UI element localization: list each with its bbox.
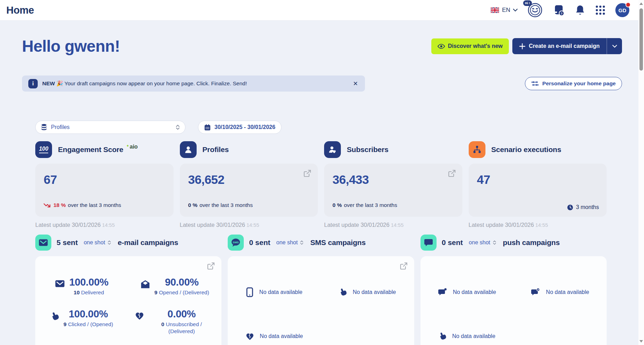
kpi-title: Engagement Score (58, 145, 123, 154)
sent-count: 5 sent (57, 238, 78, 247)
external-link-icon[interactable] (207, 262, 215, 270)
filter-row: Profiles (35, 121, 607, 134)
database-icon (41, 124, 47, 131)
stat-delivered: 100.00% 10 Delivered (35, 276, 129, 296)
notification-dot (625, 2, 631, 7)
aio-badge: ✦ aio (126, 144, 138, 150)
hero-actions: Discover what's new Create an e-mail cam… (431, 38, 622, 54)
info-icon: i (28, 79, 38, 88)
notifications-button[interactable] (575, 5, 585, 16)
stat-push-delivered-nodata: No data available (513, 276, 607, 308)
create-label: Create an e-mail campaign (529, 43, 600, 49)
envelope-open-icon (141, 280, 150, 288)
banner-row: i NEW🎉 Your draft campaigns now appear o… (22, 76, 622, 92)
discover-whats-new-button[interactable]: Discover what's new (431, 38, 509, 54)
banner-emoji: 🎉 (56, 80, 63, 86)
select-chevrons-icon (300, 240, 303, 245)
one-shot-select[interactable]: one shot (469, 239, 496, 246)
click-hand-icon (439, 332, 446, 340)
scroll-up-arrow[interactable] (639, 2, 643, 6)
chat-check-icon (531, 288, 540, 296)
score-100-icon: 100 (35, 141, 52, 158)
kpi-value: 36,433 (332, 173, 454, 187)
kpi-title: Subscribers (347, 145, 388, 154)
hi-badge: Hi ! (523, 0, 532, 6)
avatar-initials: GD (619, 7, 627, 13)
email-campaign-icon (35, 235, 51, 251)
envelope-icon (55, 280, 65, 287)
person-heart-icon (324, 141, 341, 158)
trend-down-icon (44, 203, 51, 208)
uk-flag-icon (491, 7, 499, 13)
kpi-scenario-executions: Scenario executions 47 3 months (469, 141, 607, 228)
person-icon (180, 141, 197, 158)
sent-count: 0 sent (249, 238, 270, 247)
kpi-engagement-score: 100 Engagement Score ✦ aio 67 (35, 141, 174, 228)
external-link-icon[interactable] (400, 262, 408, 270)
create-email-campaign-button[interactable]: Create an e-mail campaign (512, 38, 607, 54)
profile-filter-select[interactable]: Profiles (35, 121, 185, 134)
banner-tag: NEW (42, 80, 55, 86)
news-banner: i NEW🎉 Your draft campaigns now appear o… (22, 76, 365, 92)
chat-dot-icon (438, 288, 447, 296)
svg-text:SMS: SMS (233, 241, 239, 244)
kpi-card: 36,433 0 % over the last 3 months (324, 164, 462, 217)
plus-icon (519, 43, 525, 49)
banner-message: Your draft campaigns now appear on your … (65, 80, 247, 86)
push-campaigns-section: 0 sent one shot push campaigns (420, 235, 607, 345)
stat-sms-delivered-nodata: No data available (228, 276, 321, 308)
scroll-down-arrow[interactable] (639, 339, 643, 343)
sms-campaigns-section: SMS 0 sent one shot SMS campaigns (228, 235, 414, 345)
sms-campaigns-card: No data available No data available (228, 256, 414, 345)
external-link-icon[interactable] (448, 169, 456, 178)
apps-grid-button[interactable] (595, 5, 606, 15)
campaign-title: e-mail campaigns (118, 238, 178, 247)
close-banner-button[interactable]: ✕ (352, 79, 359, 89)
stat-sms-clicked-nodata: No data available (321, 276, 414, 308)
help-button[interactable]: ? (552, 4, 565, 16)
kpi-title: Scenario executions (491, 145, 561, 154)
push-campaign-icon (420, 235, 437, 251)
help-book-icon: ? (552, 4, 565, 16)
broken-heart-icon (246, 333, 254, 340)
top-bar-actions: EN Hi ! ? (491, 2, 629, 18)
chevron-down-icon (513, 9, 518, 12)
profile-select-value: Profiles (51, 124, 69, 130)
scrollbar-thumb[interactable] (639, 8, 643, 71)
scrollbar[interactable] (638, 0, 644, 345)
stat-push-sent-nodata: No data available (420, 276, 514, 308)
create-campaign-dropdown-button[interactable] (607, 38, 622, 54)
kpi-trend: 0 % over the last 3 months (332, 202, 397, 208)
personalize-home-button[interactable]: Personalize your home page (525, 77, 622, 90)
sliders-icon (531, 81, 539, 86)
kpi-trend: 0 % over the last 3 months (188, 202, 253, 208)
external-link-icon[interactable] (303, 169, 312, 178)
smartphone-icon (246, 287, 253, 297)
one-shot-select[interactable]: one shot (84, 239, 111, 246)
date-range-value: 30/10/2025 - 30/01/2026 (214, 124, 275, 130)
latest-update: Latest update 30/01/202614:55 (469, 222, 607, 228)
personalize-label: Personalize your home page (542, 80, 616, 87)
greeting-heading: Hello gwenn! (22, 37, 120, 56)
bell-icon (575, 5, 585, 16)
sms-campaign-icon: SMS (228, 235, 244, 251)
one-shot-select[interactable]: one shot (276, 239, 303, 246)
latest-update: Latest update 30/01/202614:55 (180, 222, 318, 228)
kpi-card: 67 18 % over the last 3 months (35, 164, 174, 217)
create-campaign-split-button: Create an e-mail campaign (512, 38, 622, 54)
assistant-mascot-button[interactable]: Hi ! (527, 2, 543, 18)
page-title: Home (6, 5, 34, 16)
avatar[interactable]: GD (615, 3, 629, 17)
svg-text:?: ? (561, 12, 563, 15)
broken-heart-icon (135, 312, 144, 320)
banner-text: NEW🎉 Your draft campaigns now appear on … (42, 80, 348, 87)
date-range-picker[interactable]: 30/10/2025 - 30/01/2026 (198, 121, 281, 134)
email-campaigns-section: 5 sent one shot e-mail campaigns (35, 235, 221, 345)
latest-update: Latest update 30/01/202614:55 (35, 222, 174, 228)
select-chevrons-icon (493, 240, 496, 245)
kpi-title: Profiles (203, 145, 229, 154)
language-selector[interactable]: EN (491, 7, 518, 14)
eye-icon (438, 44, 445, 49)
stat-clicked: 100.00% 9 Clicked / (Opened) (35, 308, 129, 335)
kpi-period: 3 months (567, 204, 599, 210)
